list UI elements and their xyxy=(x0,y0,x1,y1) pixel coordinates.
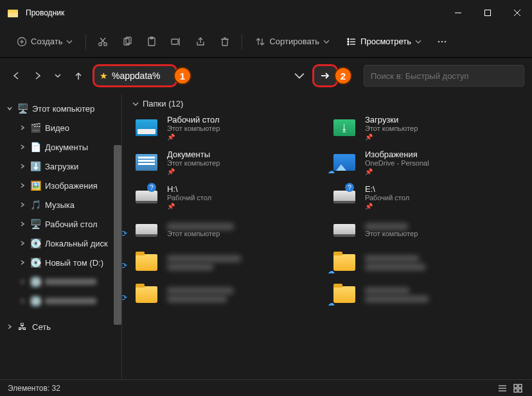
folder-item[interactable]: Этот компьютер xyxy=(330,219,522,242)
folder-icon xyxy=(132,151,161,174)
address-history-dropdown[interactable] xyxy=(292,65,307,86)
tree-label: Загрузки xyxy=(45,162,78,171)
folder-sub: Этот компьютер xyxy=(365,230,418,237)
tree-network[interactable]: 🖧 Сеть xyxy=(0,317,121,336)
pin-icon: 📌 xyxy=(167,168,220,175)
tree-label: Этот компьютер xyxy=(32,104,94,114)
svg-point-30 xyxy=(445,40,447,42)
folder-name xyxy=(365,223,418,230)
folder-name: Документы xyxy=(167,150,220,159)
tree-item[interactable]: 🎬Видео xyxy=(0,118,121,137)
folder-item[interactable]: Рабочий столЭтот компьютер📌 xyxy=(132,115,324,141)
folder-icon: ? xyxy=(330,185,359,209)
tree-icon: 📄 xyxy=(30,141,41,153)
explorer-icon xyxy=(8,8,18,18)
folder-name xyxy=(167,255,241,262)
cut-button[interactable] xyxy=(93,33,113,51)
folder-item[interactable]: ?H:\Рабочий стол📌 xyxy=(132,184,324,210)
tree-item-blur[interactable]: 💽 xyxy=(0,291,121,311)
pin-icon: 📌 xyxy=(167,203,211,210)
minimize-button[interactable] xyxy=(443,0,473,26)
folder-item[interactable]: ДокументыЭтот компьютер📌 xyxy=(132,150,324,175)
folder-sub: Этот компьютер xyxy=(365,125,418,132)
toolbar: Создать Сортировать Просмотреть xyxy=(0,26,532,58)
svg-rect-15 xyxy=(172,39,178,44)
main-area: Папки (12) Рабочий столЭтот компьютер📌⭳З… xyxy=(122,94,532,393)
svg-point-26 xyxy=(348,44,349,45)
folder-item[interactable]: ⭳ЗагрузкиЭтот компьютер📌 xyxy=(330,115,522,141)
recent-dropdown[interactable] xyxy=(49,65,67,86)
tree-item[interactable]: 📄Документы xyxy=(0,137,121,157)
tree-label: Сеть xyxy=(32,322,51,332)
star-icon: ★ xyxy=(100,71,108,81)
share-button[interactable] xyxy=(190,33,211,51)
up-button[interactable] xyxy=(69,65,87,86)
tree-icon: ⬇️ xyxy=(30,160,41,172)
folder-name xyxy=(167,223,234,230)
address-input[interactable] xyxy=(112,71,170,81)
folder-item[interactable]: ☁ xyxy=(330,283,522,306)
tree-icon: 🎬 xyxy=(30,122,41,133)
sync-icon: ⟳ xyxy=(122,293,127,302)
tree-label: Музыка xyxy=(45,200,75,210)
tree-icon: 🖼️ xyxy=(30,180,41,191)
tree-this-pc[interactable]: 🖥️ Этот компьютер xyxy=(0,99,121,118)
window-title: Проводник xyxy=(26,8,64,17)
tree-icon: 🖥️ xyxy=(30,218,41,230)
view-button[interactable]: Просмотреть xyxy=(340,33,428,51)
address-bar[interactable]: ★ xyxy=(93,64,177,87)
tree-item[interactable]: 💽Новый том (D:) xyxy=(0,253,121,272)
folder-item[interactable]: ⟳Этот компьютер xyxy=(132,219,324,242)
folder-icon: ⟳ xyxy=(132,219,161,242)
delete-button[interactable] xyxy=(215,33,235,51)
svg-rect-17 xyxy=(222,39,227,46)
paste-button[interactable] xyxy=(141,33,162,51)
folder-icon: ⟳ xyxy=(132,251,161,274)
sort-button[interactable]: Сортировать xyxy=(249,33,336,51)
folder-item[interactable]: ☁ИзображенияOneDrive - Personal📌 xyxy=(330,150,522,175)
copy-button[interactable] xyxy=(117,33,137,51)
pin-icon: 📌 xyxy=(167,133,220,141)
details-view-button[interactable] xyxy=(496,382,509,395)
tree-item[interactable]: ⬇️Загрузки xyxy=(0,157,121,176)
folder-item[interactable]: ☁ xyxy=(330,251,522,274)
folder-sub xyxy=(365,294,429,302)
folder-name: E:\ xyxy=(365,184,409,194)
folder-sub: Рабочий стол xyxy=(167,194,211,202)
maximize-button[interactable] xyxy=(473,0,502,26)
folder-item[interactable]: ⟳ xyxy=(132,251,324,274)
titlebar: Проводник xyxy=(0,0,532,26)
svg-point-22 xyxy=(348,39,349,40)
search-input[interactable] xyxy=(371,71,517,81)
folder-name xyxy=(365,255,425,262)
search-box[interactable] xyxy=(364,65,524,87)
statusbar: Элементов: 32 xyxy=(0,379,532,396)
tree-icon: 🎵 xyxy=(30,199,41,211)
tree-item[interactable]: 🖼️Изображения xyxy=(0,176,121,195)
tree-item[interactable]: 💽Локальный диск xyxy=(0,234,121,253)
rename-button[interactable] xyxy=(166,33,186,51)
more-button[interactable] xyxy=(432,33,452,51)
close-button[interactable] xyxy=(502,0,532,26)
tree-item[interactable]: 🖥️Рабочий стол xyxy=(0,214,121,234)
tree-item[interactable]: 🎵Музыка xyxy=(0,195,121,214)
pc-icon: 🖥️ xyxy=(17,103,28,114)
tree-icon: 💽 xyxy=(30,237,41,249)
folder-name xyxy=(365,288,429,294)
svg-point-7 xyxy=(99,42,102,46)
callout-1: 1 xyxy=(173,67,191,85)
folder-name: Изображения xyxy=(365,150,429,159)
forward-button[interactable] xyxy=(28,65,46,86)
tree-item-blur[interactable]: 💽 xyxy=(0,272,121,291)
tree-label: Локальный диск xyxy=(45,239,108,248)
folder-item[interactable]: ?E:\Рабочий стол📌 xyxy=(330,184,522,210)
folder-item[interactable]: ⟳ xyxy=(132,283,324,306)
thumbnails-view-button[interactable] xyxy=(511,382,524,395)
network-icon: 🖧 xyxy=(17,321,28,332)
back-button[interactable] xyxy=(8,65,26,86)
folder-sub: OneDrive - Personal xyxy=(365,159,429,167)
create-button[interactable]: Создать xyxy=(10,33,79,51)
folder-name: H:\ xyxy=(167,184,211,194)
section-header[interactable]: Папки (12) xyxy=(132,99,522,108)
sidebar-scrollbar[interactable] xyxy=(114,145,121,325)
